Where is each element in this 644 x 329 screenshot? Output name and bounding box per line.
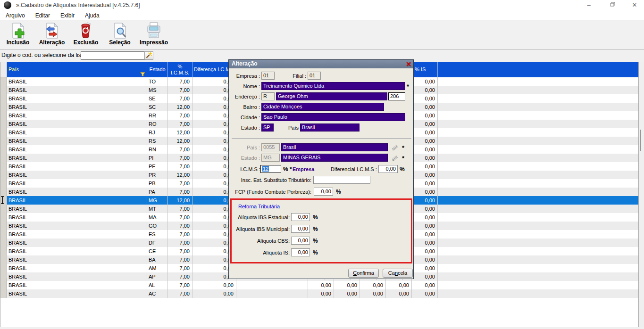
search-list-button[interactable] xyxy=(144,51,153,60)
row-selector[interactable] xyxy=(0,120,7,128)
header-icms[interactable]: %I.C.M.S. xyxy=(168,62,192,77)
ibs-municipal-field[interactable]: 0,00 xyxy=(291,225,310,233)
row-selector[interactable] xyxy=(0,128,7,137)
menu-editar[interactable]: Editar xyxy=(33,12,52,19)
fcp-label: FCP (Fundo Combate Porbreza): xyxy=(230,188,311,196)
table-row[interactable]: BRASILAC7,000,000,000,000,000,000,00 xyxy=(0,289,638,298)
menu-ajuda[interactable]: Ajuda xyxy=(83,12,101,19)
pais-lookup-icon[interactable] xyxy=(391,144,399,153)
fcp-field[interactable]: 0,00 xyxy=(314,188,333,196)
row-selector[interactable] xyxy=(0,137,7,145)
cell-fill xyxy=(438,255,638,264)
filter-funnel-icon[interactable] xyxy=(140,67,145,77)
row-selector[interactable] xyxy=(0,188,7,196)
cell-estado: DF xyxy=(147,239,168,247)
estado-code-field[interactable]: MG xyxy=(261,154,280,162)
filial-field[interactable]: 01 xyxy=(308,72,321,80)
toolbar-label: Alteração xyxy=(38,39,66,46)
selecao-button[interactable]: Seleção xyxy=(106,22,134,49)
inclusao-button[interactable]: Inclusão xyxy=(4,22,32,49)
cell-pais: BRASIL xyxy=(7,171,147,179)
exclusao-button[interactable]: Exclusão xyxy=(72,22,100,49)
diferencial-field[interactable]: 0,00 xyxy=(378,165,398,173)
cell-fill xyxy=(438,154,638,162)
cell-fill xyxy=(438,86,638,94)
cell-estado: TO xyxy=(147,77,168,86)
is-field[interactable]: 0,00 xyxy=(291,248,310,256)
toolbar-label: Seleção xyxy=(106,39,134,46)
menu-arquivo[interactable]: Arquivo xyxy=(4,12,27,19)
cell-fill xyxy=(438,137,638,145)
header-pais[interactable]: País xyxy=(7,62,147,77)
row-selector[interactable] xyxy=(0,239,7,247)
row-selector[interactable] xyxy=(0,179,7,188)
cell-fill xyxy=(438,230,638,239)
ibs-estadual-field[interactable]: 0,00 xyxy=(291,213,310,221)
row-selector[interactable] xyxy=(0,154,7,162)
icms-percent-required: % * xyxy=(283,165,292,173)
confirma-button[interactable]: Confirma xyxy=(348,269,379,278)
cell-fill xyxy=(438,94,638,103)
row-selector[interactable] xyxy=(0,222,7,230)
estado-uf-field[interactable]: SP xyxy=(261,123,274,132)
minimize-button[interactable]: – xyxy=(582,1,596,9)
estado-lookup-icon[interactable] xyxy=(391,155,399,163)
endereco-numero-field[interactable]: 206 xyxy=(388,92,405,100)
row-selector[interactable] xyxy=(0,162,7,171)
row-selector[interactable] xyxy=(0,213,7,222)
icms-field[interactable]: 12 xyxy=(260,165,281,173)
row-selector[interactable] xyxy=(0,145,7,154)
cell-pais: BRASIL xyxy=(7,281,147,289)
maximize-button[interactable] xyxy=(605,1,619,9)
cell-pais: BRASIL xyxy=(7,128,147,137)
row-selector[interactable] xyxy=(0,94,7,103)
bairro-field[interactable]: Cidade Monçoes xyxy=(261,103,384,111)
row-selector[interactable] xyxy=(0,247,7,255)
cancela-button[interactable]: Cancela xyxy=(383,269,413,278)
cell-icms: 7,00 xyxy=(168,213,192,222)
cidade-field[interactable]: Sao Paulo xyxy=(261,113,405,121)
estado-name-field[interactable]: MINAS GERAIS xyxy=(281,154,388,162)
scrollbar-thumb[interactable] xyxy=(640,130,641,151)
alteracao-button[interactable]: Alteração xyxy=(38,22,66,49)
cell-icms: 7,00 xyxy=(168,247,192,255)
pais-name-field[interactable]: Brasil xyxy=(281,143,388,151)
header-is[interactable]: % IS xyxy=(412,62,438,77)
cell-icms: 12,00 xyxy=(168,103,192,111)
impressao-button[interactable]: Impressão xyxy=(140,22,168,49)
empresa-field[interactable]: 01 xyxy=(261,72,275,80)
row-selector[interactable] xyxy=(0,255,7,264)
pais-nome-field[interactable]: Brasil xyxy=(300,123,360,132)
dialog-close-icon[interactable]: ✕ xyxy=(406,60,411,68)
row-selector[interactable] xyxy=(0,77,7,86)
close-button[interactable]: ✕ xyxy=(627,1,642,9)
vertical-scrollbar[interactable] xyxy=(638,62,644,327)
row-selector[interactable] xyxy=(0,289,7,298)
cbs-field[interactable]: 0,00 xyxy=(291,237,310,245)
cell-icms: 7,00 xyxy=(168,94,192,103)
row-selector[interactable] xyxy=(0,86,7,94)
toolbar: Inclusão Alteração Exclusão xyxy=(0,21,644,50)
endereco-logradouro-field[interactable]: George Ohm xyxy=(276,92,387,100)
cell-is: 0,00 xyxy=(412,154,438,162)
cell-pais: BRASIL xyxy=(7,145,147,154)
endereco-tipo-field[interactable]: R xyxy=(261,92,275,100)
dialog-title-bar[interactable]: Alteração ✕ xyxy=(229,60,413,68)
cell-pais: BRASIL xyxy=(7,255,147,264)
row-selector[interactable] xyxy=(0,230,7,239)
menu-exibir[interactable]: Exibir xyxy=(59,12,76,19)
search-input[interactable] xyxy=(81,51,145,60)
header-estado[interactable]: Estado xyxy=(147,62,168,77)
cell-estado: PI xyxy=(147,154,168,162)
row-selector[interactable] xyxy=(0,103,7,111)
row-selector[interactable] xyxy=(0,171,7,179)
row-selector[interactable] xyxy=(0,264,7,272)
cell-icms: 7,00 xyxy=(168,281,192,289)
nome-field[interactable]: Treinamento Quimico Ltda xyxy=(261,82,405,90)
row-selector[interactable] xyxy=(0,272,7,281)
table-row[interactable]: BRASILAL7,000,000,000,000,000,000,00 xyxy=(0,281,638,289)
pais-code-field[interactable]: 0055 xyxy=(261,143,280,151)
insc-field[interactable] xyxy=(313,176,370,184)
row-selector[interactable] xyxy=(0,281,7,289)
row-selector[interactable] xyxy=(0,111,7,120)
